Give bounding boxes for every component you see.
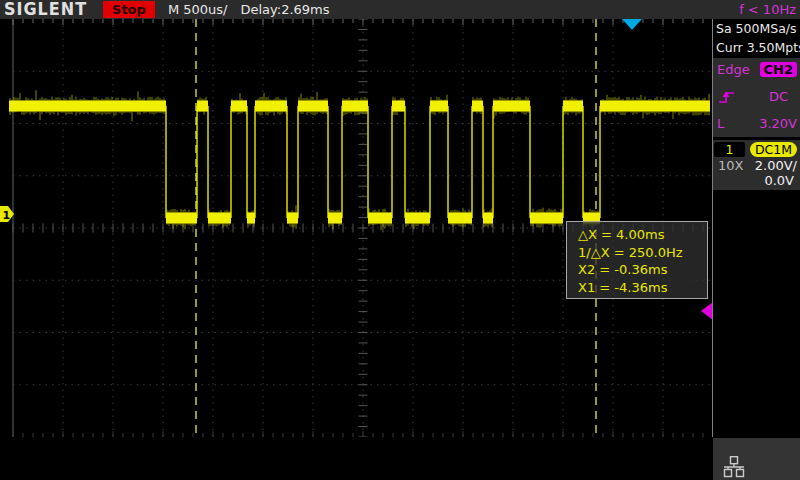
network-icon: [721, 456, 747, 478]
oscilloscope-screen: SIGLENT Stop M 500us/ Delay:2.69ms f < 1…: [0, 0, 800, 480]
trigger-mode-label: Edge: [717, 62, 750, 77]
cursor-inverse-delta-x: 1/△X = 250.0Hz: [578, 244, 707, 262]
cursor-x1: X1 = -4.36ms: [578, 279, 707, 297]
sample-rate: Sa 500MSa/s: [716, 19, 800, 38]
channel1-probe-atten: 10X: [718, 158, 743, 173]
top-bar: SIGLENT Stop M 500us/ Delay:2.69ms f < 1…: [0, 0, 800, 19]
trigger-level-value: 3.20V: [759, 116, 797, 131]
trigger-panel[interactable]: Edge CH2 DC L 3.20V: [713, 58, 800, 137]
channel1-number-badge[interactable]: 1: [714, 142, 745, 157]
acquisition-info: Sa 500MSa/s Curr 3.50Mpts: [713, 19, 800, 58]
cursor-x2: X2 = -0.36ms: [578, 261, 707, 279]
trigger-position-marker[interactable]: [622, 19, 642, 30]
brand-logo: SIGLENT: [4, 0, 87, 19]
lan-status-button[interactable]: [713, 438, 800, 480]
trigger-level-label: L: [717, 116, 724, 131]
trigger-coupling: DC: [769, 89, 788, 104]
delay-readout[interactable]: Delay:2.69ms: [240, 2, 329, 17]
run-state-button[interactable]: Stop: [103, 1, 155, 18]
rising-edge-icon: [717, 89, 741, 105]
trigger-frequency-readout: f < 10Hz: [739, 2, 796, 17]
channel1-zero-marker-label: 1: [3, 209, 11, 222]
ch1-waveform: [9, 90, 710, 230]
channel1-volts-per-div: 2.00V/: [755, 158, 797, 173]
panel-separator: [712, 19, 713, 437]
channel1-coupling-badge[interactable]: DC1M: [750, 142, 797, 157]
cursor-readout-box: △X = 4.00ms 1/△X = 250.0Hz X2 = -0.36ms …: [566, 221, 708, 299]
cursor-delta-x: △X = 4.00ms: [578, 226, 707, 244]
channel1-offset: 0.0V: [714, 173, 797, 188]
memory-depth: Curr 3.50Mpts: [716, 38, 800, 57]
channel1-panel[interactable]: 1 DC1M 10X 2.00V/ 0.0V: [713, 140, 800, 190]
timebase-readout[interactable]: M 500us/: [168, 2, 228, 17]
trigger-source-badge[interactable]: CH2: [760, 62, 797, 77]
